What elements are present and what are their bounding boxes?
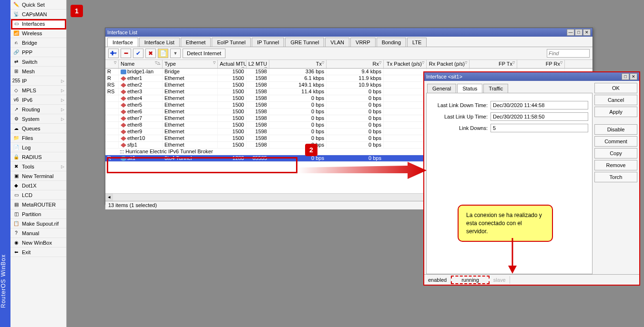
add-button[interactable]: ✚▾: [108, 49, 119, 58]
remove-button[interactable]: ━: [121, 49, 131, 58]
sidebar-icon: ⚙: [12, 116, 20, 122]
interface-list-toolbar: ✚▾ ━ 📄 Detect Internet: [105, 47, 593, 60]
copy-button[interactable]: Copy: [594, 148, 637, 159]
comment-button[interactable]: 📄: [158, 49, 168, 58]
sidebar-item-dot1x[interactable]: ◆Dot1X: [10, 181, 66, 190]
grid-header[interactable]: ▽Name△▽Type▽Actual MTU▽L2 MTU▽Tx▽Rx▽Tx P…: [105, 60, 593, 69]
tab-eoip-tunnel[interactable]: EoIP Tunnel: [212, 38, 251, 47]
column-header[interactable]: Tx▽: [269, 60, 327, 68]
detail-tab-traffic[interactable]: Traffic: [483, 84, 508, 93]
sidebar-item-mpls[interactable]: ◇MPLS▷: [10, 86, 66, 95]
sidebar-label: Manual: [22, 230, 39, 236]
tab-interface[interactable]: Interface: [107, 38, 138, 47]
tab-ethernet[interactable]: Ethernet: [181, 38, 211, 47]
interface-icon: [121, 96, 126, 101]
sidebar-item-log[interactable]: 📄Log: [10, 143, 66, 152]
column-header[interactable]: Tx Packet (p/s)▽: [384, 60, 427, 68]
sidebar-item-ip[interactable]: 255IP▷: [10, 76, 66, 86]
interface-icon: [121, 156, 126, 161]
sidebar-item-new-terminal[interactable]: ▣New Terminal: [10, 171, 66, 181]
sidebar: ✏️Quick Set📡CAPsMAN▭Interfaces📶Wireless⎌…: [10, 0, 67, 327]
sidebar-item-routing[interactable]: ↗Routing▷: [10, 105, 66, 114]
interface-detail-titlebar[interactable]: Interface <sit1> □ ✕: [424, 72, 639, 81]
sidebar-item-lcd[interactable]: ▭LCD: [10, 190, 66, 200]
sidebar-item-exit[interactable]: ⬅Exit: [10, 248, 66, 257]
tab-gre-tunnel[interactable]: GRE Tunnel: [285, 38, 324, 47]
annotation-arrow: [298, 162, 427, 179]
column-header[interactable]: Rx Packet (p/s)▽: [427, 60, 470, 68]
ok-button[interactable]: OK: [594, 83, 637, 93]
sidebar-item-files[interactable]: 📁Files: [10, 133, 66, 143]
apply-button[interactable]: Apply: [594, 107, 637, 117]
enable-button[interactable]: [133, 49, 143, 58]
sidebar-item-radius[interactable]: 🔒RADIUS: [10, 152, 66, 162]
column-header[interactable]: Type▽: [163, 60, 218, 68]
sidebar-label: Exit: [22, 249, 31, 255]
app-vertical-title: RouterOS WinBox: [0, 0, 10, 327]
sidebar-item-quick-set[interactable]: ✏️Quick Set: [10, 0, 66, 10]
tab-lte[interactable]: LTE: [407, 38, 427, 47]
column-header[interactable]: Name△▽: [119, 60, 163, 68]
detail-tab-general[interactable]: General: [427, 84, 456, 93]
interface-list-titlebar[interactable]: Interface List — □ ✕: [105, 28, 593, 37]
sidebar-item-mesh[interactable]: ⊞Mesh: [10, 67, 66, 76]
last-link-up-value: Dec/30/2020 11:58:50: [491, 112, 588, 121]
sidebar-item-manual[interactable]: ?Manual: [10, 228, 66, 238]
sidebar-icon: ⎌: [12, 40, 20, 46]
sidebar-item-capsman[interactable]: 📡CAPsMAN: [10, 10, 66, 19]
sidebar-item-ppp[interactable]: 🔗PPP: [10, 48, 66, 57]
sidebar-label: Bridge: [22, 40, 37, 46]
find-input[interactable]: [547, 49, 590, 58]
column-header[interactable]: FP Rx▽: [517, 60, 565, 68]
detect-internet-button[interactable]: Detect Internet: [183, 49, 225, 58]
cancel-button[interactable]: Cancel: [594, 95, 637, 105]
disable-button[interactable]: [145, 49, 156, 58]
sidebar-item-switch[interactable]: ⇄Switch: [10, 57, 66, 67]
sidebar-item-metarouter[interactable]: ▤MetaROUTER: [10, 200, 66, 209]
detail-minimize-button[interactable]: □: [622, 73, 629, 80]
interface-detail-title: Interface <sit1>: [426, 74, 462, 79]
tab-vrrp[interactable]: VRRP: [350, 38, 376, 47]
torch-button[interactable]: Torch: [594, 172, 637, 182]
column-header[interactable]: ▽: [105, 60, 119, 68]
tab-interface-list[interactable]: Interface List: [139, 38, 180, 47]
sidebar-item-queues[interactable]: ☁Queues: [10, 124, 66, 133]
minimize-button[interactable]: —: [567, 29, 574, 36]
scroll-left-arrow[interactable]: ◄: [105, 194, 113, 201]
sidebar-item-wireless[interactable]: 📶Wireless: [10, 29, 66, 38]
submenu-arrow-icon: ▷: [61, 98, 64, 102]
close-button[interactable]: ✕: [583, 29, 591, 36]
column-header[interactable]: L2 MTU▽: [246, 60, 269, 68]
link-downs-label: Link Downs:: [430, 125, 488, 131]
tab-bonding[interactable]: Bonding: [377, 38, 406, 47]
sidebar-item-bridge[interactable]: ⎌Bridge: [10, 38, 66, 48]
comment-button[interactable]: Comment: [594, 136, 637, 147]
disable-button[interactable]: Disable: [594, 124, 637, 135]
last-link-down-label: Last Link Down Time:: [430, 102, 488, 108]
sidebar-item-system[interactable]: ⚙System▷: [10, 114, 66, 124]
detail-tab-status[interactable]: Status: [457, 84, 482, 93]
column-header[interactable]: FP Tx▽: [470, 60, 517, 68]
sidebar-item-partition[interactable]: ◫Partition: [10, 209, 66, 219]
sidebar-item-ipv6[interactable]: v6IPv6▷: [10, 95, 66, 105]
maximize-button[interactable]: □: [575, 29, 583, 36]
sidebar-icon: 🔒: [12, 154, 20, 160]
filter-button[interactable]: [170, 49, 181, 58]
sidebar-item-make-supout.rif[interactable]: 📋Make Supout.rif: [10, 219, 66, 228]
tab-vlan[interactable]: VLAN: [325, 38, 349, 47]
interface-icon: [121, 123, 126, 128]
interface-detail-window: Interface <sit1> □ ✕ GeneralStatusTraffi…: [423, 71, 640, 286]
column-header[interactable]: Rx▽: [327, 60, 384, 68]
sidebar-item-interfaces[interactable]: ▭Interfaces: [10, 19, 66, 29]
sidebar-item-new-winbox[interactable]: ◉New WinBox: [10, 238, 66, 248]
annotation-number-1: 1: [71, 5, 83, 17]
remove-button[interactable]: Remove: [594, 160, 637, 170]
column-header[interactable]: Actual MTU▽: [218, 60, 246, 68]
sidebar-icon: ▣: [12, 173, 20, 179]
link-downs-value: 5: [491, 124, 588, 132]
detail-close-button[interactable]: ✕: [630, 73, 637, 80]
interface-icon: [121, 109, 126, 114]
tab-ip-tunnel[interactable]: IP Tunnel: [252, 38, 284, 47]
sidebar-item-tools[interactable]: ✖Tools▷: [10, 162, 66, 171]
sidebar-icon: 🔗: [12, 49, 20, 56]
